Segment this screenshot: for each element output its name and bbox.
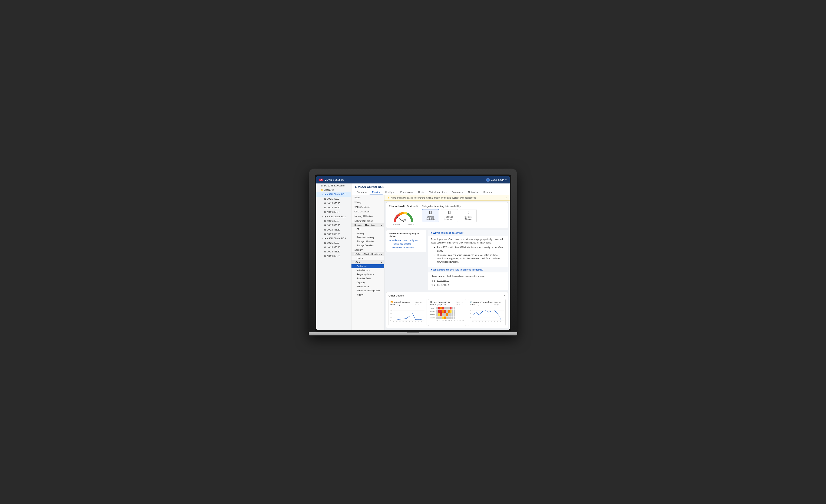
svg-text:25: 25: [421, 321, 422, 322]
category-storage-performance[interactable]: 🗄 StoragePerformance: [441, 209, 458, 222]
chart-latency-header: 📶 Network Latency (Sept. '22) Date vs. m…: [391, 301, 424, 306]
nav-health[interactable]: Health: [351, 256, 384, 260]
sidebar-item-dc[interactable]: 📁 vSAN-DC: [316, 188, 351, 192]
nav-group-vsan[interactable]: vSAN ▾: [351, 260, 384, 264]
sidebar-host-1[interactable]: 🖥 10.26.355.0: [316, 197, 351, 201]
sidebar-host-dc2-4[interactable]: 🖥 10.26.355.25: [316, 232, 351, 237]
nav-persistent-memory[interactable]: Persistent Memory: [351, 235, 384, 240]
cell: [446, 310, 448, 313]
tab-hosts[interactable]: Hosts: [416, 190, 427, 195]
svg-text:16: 16: [393, 321, 394, 322]
svg-point-16: [409, 316, 410, 316]
nav-memory-utilization[interactable]: Memory Utilization: [351, 214, 384, 218]
tab-networks[interactable]: Networks: [466, 190, 480, 195]
nav-cpu[interactable]: CPU: [351, 227, 384, 231]
user-avatar: 👤: [486, 178, 490, 182]
storage-availability-icon: 🗄: [425, 211, 436, 215]
tab-monitor[interactable]: Monitor: [369, 190, 382, 195]
nav-group-vsphere-cluster[interactable]: vSphere Cluster Services ▾: [351, 252, 384, 256]
sidebar-host-dc3-4[interactable]: 🖥 10.26.355.25: [316, 254, 351, 258]
other-details-section: Other Details ✕ 📶 Network Latency (Sept.…: [386, 292, 508, 328]
issue-link-hosts[interactable]: Hosts disconnected: [389, 243, 423, 245]
category-storage-efficiency[interactable]: 🗄 StorageEfficiency: [460, 209, 477, 222]
nav-virtual-objects[interactable]: Virtual Objects: [351, 268, 384, 272]
sidebar-item-vcenter[interactable]: 🖥 SC-10-78-82-vCenter: [316, 183, 351, 188]
svg-text:0: 0: [391, 320, 391, 321]
sidebar-host-3[interactable]: 🖥 10.26.355.50: [316, 205, 351, 210]
sidebar-host-dc3-3[interactable]: 🖥 10.26.355.50: [316, 249, 351, 254]
svg-point-43: [485, 311, 486, 311]
nav-cpu-utilization[interactable]: CPU Utilization: [351, 209, 384, 214]
cell: [440, 313, 442, 316]
tab-updates[interactable]: Updates: [480, 190, 494, 195]
cell: [436, 316, 438, 319]
sidebar-item-cluster-dc3[interactable]: ▾ ⊞ vSAN Cluster DC3: [316, 236, 351, 241]
cluster-label-dc3: vSAN Cluster DC3: [327, 237, 346, 240]
host-radio-2[interactable]: 🖥 10.26.219.01: [431, 284, 505, 287]
host-label-dc3-3: 10.26.355.50: [327, 250, 340, 253]
expand-dc3: ▾: [322, 237, 323, 240]
other-details-close[interactable]: ✕: [504, 294, 506, 297]
chart-network-latency: 📶 Network Latency (Sept. '22) Date vs. m…: [389, 299, 426, 326]
nav-security[interactable]: Security: [351, 248, 384, 252]
nav-dashboard[interactable]: Dashboard: [351, 264, 384, 268]
tab-configure[interactable]: Configure: [382, 190, 398, 195]
nav-proactive-tests[interactable]: Proactive Tests: [351, 276, 384, 280]
storage-availability-label: StorageAvailability: [425, 215, 436, 220]
issue-link-fileserver[interactable]: File server unavailable: [389, 246, 423, 249]
sidebar-host-dc2-2[interactable]: 🖥 10.26.355.10: [316, 223, 351, 228]
svg-text:100: 100: [391, 316, 392, 318]
host-label-dc2-2: 10.26.355.10: [327, 224, 340, 227]
sidebar-host-dc2-1[interactable]: 🖥 10.26.355.0: [316, 219, 351, 223]
issue-link-vmkernal[interactable]: → vmkernal is not configured: [389, 239, 423, 242]
svg-text:16: 16: [472, 321, 473, 322]
tab-summary[interactable]: Summary: [354, 190, 369, 195]
sidebar-host-2[interactable]: 🖥 10.26.355.10: [316, 201, 351, 206]
tab-datastores[interactable]: Datastores: [449, 190, 466, 195]
tab-permissions[interactable]: Permissions: [398, 190, 416, 195]
detail-steps-header[interactable]: ▾ What steps can you take to address thi…: [428, 267, 508, 272]
svg-point-47: [497, 313, 498, 314]
nav-history[interactable]: History: [351, 200, 384, 204]
nav-performance-diagnostics[interactable]: Performance Diagnostics: [351, 289, 384, 293]
detail-why-header[interactable]: ▾ Why is this issue occurring?: [428, 230, 508, 236]
category-storage-availability[interactable]: 🗄 StorageAvailability: [422, 209, 439, 222]
sidebar-item-cluster-dc2[interactable]: ▾ ⊞ vSAN Cluster DC2: [316, 214, 351, 219]
host-icon-dc3-3: 🖥: [324, 250, 327, 253]
nav-vm-rds-score[interactable]: VM RDS Score: [351, 204, 384, 209]
nav-storage-utilization[interactable]: Storage Utilization: [351, 240, 384, 244]
svg-point-18: [415, 319, 416, 320]
nav-support[interactable]: Support: [351, 293, 384, 297]
host-label-1: 10.26.355.0: [327, 197, 339, 200]
nav-capacity[interactable]: Capacity: [351, 280, 384, 285]
nav-memory[interactable]: Memory: [351, 231, 384, 235]
nav-network-utilization[interactable]: Network Utilization: [351, 218, 384, 223]
sidebar-host-dc2-3[interactable]: 🖥 10.26.355.50: [316, 228, 351, 232]
chart-connectivity-title: 🖥 Host Connectivity Status (Sept. '22): [430, 301, 456, 306]
svg-point-44: [488, 312, 489, 312]
user-menu-arrow[interactable]: ▾: [506, 179, 507, 181]
issues-section: Issues contributing to your status → vmk…: [386, 230, 426, 252]
cluster-health-section: Cluster Health Status ⓘ: [386, 202, 508, 228]
svg-text:300: 300: [391, 310, 392, 311]
nav-group-resource-allocation[interactable]: Resource Allocation ▾: [351, 223, 384, 227]
tab-virtual-machines[interactable]: Virtual Machines: [427, 190, 449, 195]
svg-text:19: 19: [482, 321, 483, 322]
nav-storage-overview[interactable]: Storage Overview: [351, 244, 384, 248]
svg-point-48: [500, 319, 501, 320]
alert-close-button[interactable]: ✕: [505, 196, 507, 199]
heatmap-cells-esx03: [436, 313, 455, 316]
sidebar-host-dc3-2[interactable]: 🖥 10.26.355.10: [316, 245, 351, 250]
host-icon-dc2-2: 🖥: [324, 224, 327, 227]
sidebar-host-4[interactable]: 🖥 10.26.355.25: [316, 210, 351, 214]
cell: [446, 307, 448, 309]
heatmap-label-esx04: esx04: [430, 317, 436, 319]
sidebar-item-cluster-dc1[interactable]: ▾ ⊞ vSAN Cluster DC1: [316, 192, 351, 197]
host-label-dc3-1: 10.26.355.0: [327, 241, 339, 245]
nav-performance[interactable]: Performance: [351, 285, 384, 289]
host-radio-1[interactable]: 🖥 10.26.219.02: [431, 279, 505, 282]
nav-faults[interactable]: Faults: [351, 195, 384, 200]
host-icon-3: 🖥: [324, 206, 327, 209]
sidebar-host-dc3-1[interactable]: 🖥 10.26.355.0: [316, 241, 351, 245]
nav-resyncing-objects[interactable]: Resyncing Objects: [351, 272, 384, 276]
